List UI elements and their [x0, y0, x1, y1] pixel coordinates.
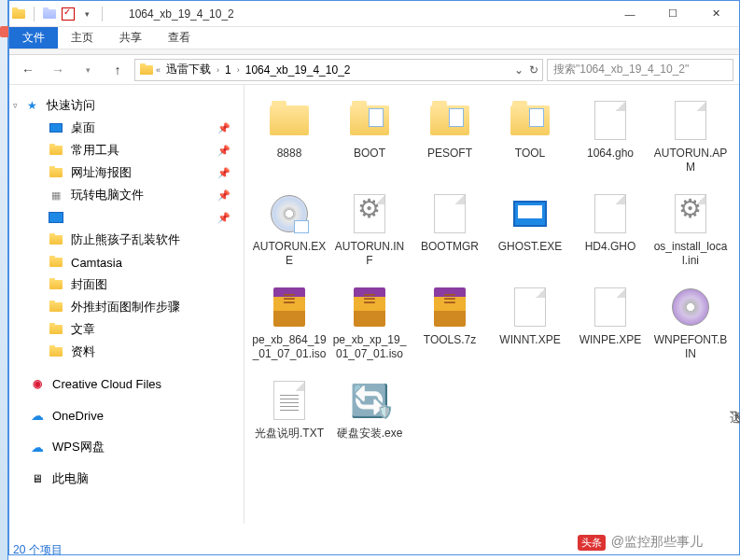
- sidebar-item[interactable]: 文章: [13, 318, 240, 341]
- file-item[interactable]: PESOFT: [412, 98, 487, 175]
- nav-forward-button[interactable]: →: [45, 58, 71, 82]
- file-item[interactable]: 🔄🛡️ 硬盘安装.exe: [332, 378, 407, 441]
- file-icon: [588, 285, 633, 329]
- sidebar-item[interactable]: ▦ 玩转电脑文件 📌: [13, 184, 240, 206]
- nav-back-button[interactable]: ←: [15, 58, 41, 82]
- sidebar-item-label: 文章: [71, 321, 95, 338]
- file-item[interactable]: WINPE.XPE: [573, 285, 648, 361]
- file-label: AUTORUN.EXE: [252, 240, 327, 268]
- address-bar: ← → ▾ ↑ « 迅雷下载 › 1 › 1064_xb_19_4_10_2 ⌄…: [9, 55, 739, 85]
- file-icon: [427, 98, 472, 143]
- nav-recent-button[interactable]: ▾: [75, 58, 101, 82]
- qat-dropdown-icon[interactable]: ▾: [79, 7, 94, 21]
- file-item[interactable]: ⚙ AUTORUN.INF: [332, 191, 407, 268]
- file-label: TOOLS.7z: [424, 333, 476, 347]
- file-label: WINNT.XPE: [499, 333, 560, 347]
- sidebar-item[interactable]: 防止熊孩子乱装软件: [13, 229, 240, 251]
- window-title: 1064_xb_19_4_10_2: [129, 7, 234, 21]
- file-icon: 🔄🛡️: [347, 378, 392, 423]
- nav-onedrive[interactable]: ☁ OneDrive: [13, 404, 240, 427]
- file-item[interactable]: GHOST.EXE: [493, 191, 567, 268]
- file-label: 光盘说明.TXT: [255, 427, 324, 441]
- nav-up-button[interactable]: ↑: [105, 58, 131, 82]
- file-item[interactable]: HD4.GHO: [573, 191, 648, 268]
- desktop-icon: [49, 120, 63, 135]
- file-item[interactable]: TOOL: [493, 98, 567, 175]
- file-icon: [427, 191, 472, 236]
- folder-icon: [49, 300, 63, 315]
- file-item[interactable]: pe_xb_864_19_01_07_01.iso: [252, 285, 327, 361]
- file-label: 1064.gho: [587, 147, 634, 161]
- sidebar-item[interactable]: 桌面 📌: [13, 117, 240, 139]
- file-item[interactable]: 1064.gho: [573, 98, 648, 175]
- tab-home[interactable]: 主页: [58, 27, 106, 49]
- nav-creative-cloud[interactable]: ◉ Creative Cloud Files: [13, 372, 240, 395]
- file-label: WNPEFONT.BIN: [653, 333, 728, 361]
- file-label: PESOFT: [427, 147, 472, 161]
- file-item[interactable]: WINNT.XPE: [493, 285, 567, 361]
- qat-properties-icon[interactable]: [42, 7, 57, 21]
- file-icon: [347, 285, 392, 329]
- crumb-2[interactable]: 1: [221, 62, 235, 78]
- file-label: 8888: [277, 147, 302, 161]
- search-input[interactable]: 搜索"1064_xb_19_4_10_2": [547, 59, 733, 81]
- file-icon: [267, 191, 312, 236]
- pin-icon: 📌: [217, 167, 230, 179]
- file-icon: [668, 285, 713, 329]
- sidebar-item[interactable]: 封面图: [13, 273, 240, 296]
- file-icon: [267, 98, 312, 143]
- refresh-icon[interactable]: ↻: [529, 63, 538, 77]
- crumb-1[interactable]: 迅雷下载: [162, 60, 215, 79]
- file-icon: [588, 191, 633, 236]
- navigation-pane: ★ 快速访问 桌面 📌 常用工具 📌 网址海报图 📌▦ 玩转电脑文件 📌 📌 防…: [9, 85, 244, 524]
- maximize-button[interactable]: ☐: [651, 1, 694, 27]
- sidebar-item-label: 外推封面图制作步骤: [71, 299, 180, 315]
- addr-dropdown-icon[interactable]: ⌄: [514, 63, 524, 77]
- file-label: AUTORUN.INF: [332, 240, 407, 268]
- crumb-3[interactable]: 1064_xb_19_4_10_2: [242, 62, 355, 78]
- file-icon: [588, 98, 633, 143]
- file-item[interactable]: 8888: [252, 98, 327, 175]
- sidebar-item[interactable]: 常用工具 📌: [13, 139, 240, 161]
- folder-icon: [49, 255, 63, 270]
- file-label: GHOST.EXE: [498, 240, 563, 254]
- creative-cloud-icon: ◉: [30, 376, 45, 391]
- sidebar-item-label: 资料: [71, 343, 95, 360]
- file-item[interactable]: ⚙ os_install_local.ini: [653, 191, 728, 268]
- file-label: pe_xb_864_19_01_07_01.iso: [252, 333, 327, 361]
- wps-icon: ☁: [30, 440, 45, 455]
- sidebar-item[interactable]: 外推封面图制作步骤: [13, 296, 240, 318]
- minimize-button[interactable]: —: [608, 1, 651, 27]
- file-item[interactable]: BOOT: [332, 98, 407, 175]
- sidebar-item[interactable]: 资料: [13, 341, 240, 363]
- nav-wps[interactable]: ☁ WPS网盘: [13, 436, 240, 458]
- file-item[interactable]: AUTORUN.EXE: [252, 191, 327, 268]
- nav-quick-access[interactable]: ★ 快速访问: [13, 94, 240, 117]
- tab-view[interactable]: 查看: [155, 27, 203, 49]
- file-icon: ⚙: [668, 191, 713, 236]
- file-view: 8888 BOOT PESOFT TOOL 1064.gho AUTORUN.A…: [244, 85, 739, 524]
- qat-check-icon[interactable]: [61, 7, 76, 21]
- pin-icon: 📌: [217, 145, 230, 157]
- sidebar-item[interactable]: 📌: [13, 206, 240, 229]
- file-item[interactable]: 光盘说明.TXT: [252, 378, 327, 441]
- file-icon: [508, 98, 552, 143]
- file-item[interactable]: BOOTMGR: [412, 191, 487, 268]
- file-label: HD4.GHO: [585, 240, 636, 254]
- file-item[interactable]: AUTORUN.APM: [653, 98, 728, 175]
- nav-this-pc[interactable]: 🖥 此电脑: [13, 468, 240, 490]
- watermark: 头条 @监控那些事儿: [578, 534, 703, 551]
- sidebar-item[interactable]: Camtasia: [13, 251, 240, 273]
- file-item[interactable]: pe_xb_xp_19_01_07_01.iso: [332, 285, 407, 361]
- file-item[interactable]: WNPEFONT.BIN: [653, 285, 728, 361]
- tab-share[interactable]: 共享: [106, 27, 155, 49]
- file-label: os_install_local.ini: [653, 240, 728, 268]
- file-item[interactable]: TOOLS.7z: [412, 285, 487, 361]
- close-button[interactable]: ✕: [694, 1, 737, 27]
- folder-icon: [49, 277, 63, 292]
- star-icon: ★: [24, 98, 39, 113]
- sidebar-item[interactable]: 网址海报图 📌: [13, 161, 240, 184]
- tab-file[interactable]: 文件: [9, 27, 58, 49]
- breadcrumb[interactable]: « 迅雷下载 › 1 › 1064_xb_19_4_10_2 ⌄ ↻: [134, 59, 543, 81]
- sidebar-item-label: 网址海报图: [71, 164, 132, 181]
